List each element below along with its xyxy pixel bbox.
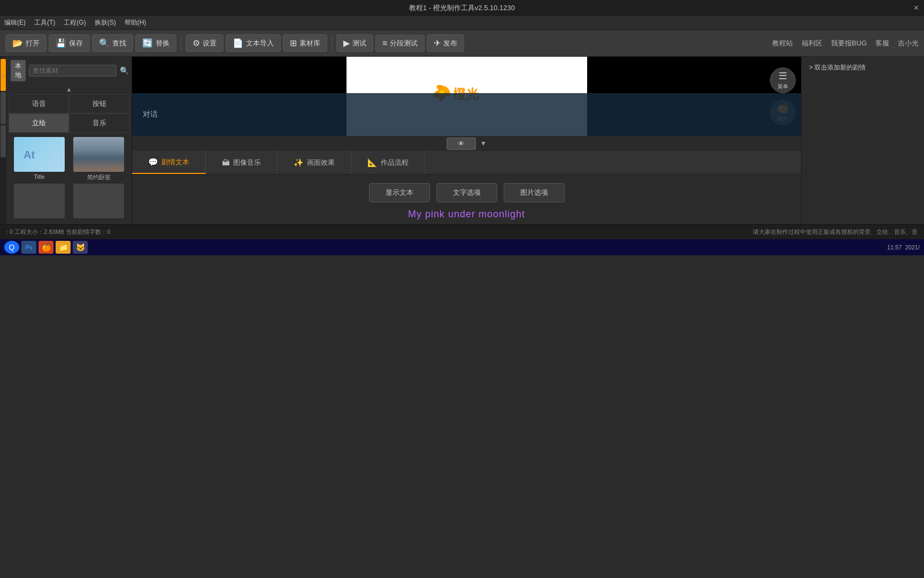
link-bugreport[interactable]: 我要报BUG bbox=[831, 39, 867, 48]
taskbar-cat[interactable]: 🐱 bbox=[73, 241, 88, 254]
open-button[interactable]: 📂 打开 bbox=[5, 34, 47, 52]
text-options-button[interactable]: 文字选项 bbox=[436, 183, 497, 202]
asset-room[interactable]: 简约卧室 bbox=[70, 137, 127, 181]
menu-help[interactable]: 帮助(H) bbox=[125, 18, 147, 27]
tab-media-icon: 🏔 bbox=[222, 158, 230, 167]
title-bar: 教程1 - 橙光制作工具v2.5.10.1230 × bbox=[0, 0, 924, 16]
eye-icon: 👁 bbox=[458, 140, 465, 148]
scene-list: 1 bbox=[0, 57, 6, 224]
svg-text:At: At bbox=[24, 149, 35, 161]
image-options-button[interactable]: 图片选项 bbox=[504, 183, 565, 202]
eye-button[interactable]: 👁 bbox=[446, 138, 476, 150]
seg-test-button[interactable]: ≡ 分段测试 bbox=[375, 35, 425, 52]
taskbar-files[interactable]: 📁 bbox=[56, 241, 71, 254]
asset-tabs: 本地 🔍 🔄 bbox=[6, 57, 132, 85]
assets-button[interactable]: ⊞ 素材库 bbox=[283, 34, 327, 52]
right-panel-header-text: > 双击添加新的剧情 bbox=[809, 63, 866, 72]
asset-empty-1[interactable] bbox=[11, 184, 68, 220]
link-service[interactable]: 客服 bbox=[875, 39, 889, 48]
window-title: 教程1 - 橙光制作工具v2.5.10.1230 bbox=[409, 3, 515, 13]
menu-float-icon: ☰ bbox=[779, 70, 787, 82]
tab-workflow-icon: 📐 bbox=[367, 158, 378, 168]
category-grid: 语音 按钮 立绘 音乐 bbox=[6, 94, 132, 133]
category-avatar[interactable]: 立绘 bbox=[9, 113, 69, 133]
center-area: ☰ 菜单 🍊 橙光 * 可拖拽到屏幕上 bbox=[132, 57, 801, 224]
right-panel-header[interactable]: > 双击添加新的剧情 bbox=[806, 61, 920, 74]
publish-button[interactable]: ✈ 发布 bbox=[427, 34, 464, 52]
asset-thumb-room bbox=[73, 137, 124, 172]
status-right: 请大家在制作过程中使用正版或有授权的背景、立绘、音乐、音 bbox=[753, 228, 918, 236]
asset-empty-2[interactable] bbox=[70, 184, 127, 220]
right-panel: > 双击添加新的剧情 bbox=[801, 57, 924, 224]
dialogue-text: 对话 bbox=[143, 110, 158, 119]
taskbar-date: 2021/ bbox=[905, 244, 920, 250]
menu-tools[interactable]: 工具(T) bbox=[34, 18, 55, 27]
category-voice[interactable]: 语音 bbox=[9, 94, 69, 113]
asset-thumb-title: At bbox=[14, 137, 65, 172]
taskbar: Q Ps 🍊 📁 🐱 11:57 2021/ bbox=[0, 239, 924, 255]
save-icon: 💾 bbox=[56, 38, 66, 48]
tab-effects[interactable]: ✨ 画面效果 bbox=[278, 151, 351, 174]
scroll-up-arrow[interactable]: ▲ bbox=[6, 85, 132, 94]
toolbar: 📂 打开 💾 保存 🔍 查找 🔄 替换 ⚙ 设置 📄 文本导入 ⊞ 素材库 ▶ … bbox=[0, 30, 924, 57]
open-icon: 📂 bbox=[12, 38, 23, 48]
asset-thumb-empty1 bbox=[14, 184, 65, 218]
save-button[interactable]: 💾 保存 bbox=[49, 34, 90, 52]
category-music[interactable]: 音乐 bbox=[69, 113, 129, 133]
category-button[interactable]: 按钮 bbox=[69, 94, 129, 113]
separator2 bbox=[332, 35, 332, 51]
publish-icon: ✈ bbox=[434, 38, 441, 48]
scene-item-3[interactable] bbox=[1, 125, 6, 157]
import-button[interactable]: 📄 文本导入 bbox=[226, 34, 281, 52]
taskbar-orange[interactable]: 🍊 bbox=[38, 241, 53, 254]
find-button[interactable]: 🔍 查找 bbox=[92, 34, 133, 52]
asset-thumb-empty2 bbox=[73, 184, 124, 218]
close-button[interactable]: × bbox=[914, 3, 919, 13]
assets-icon: ⊞ bbox=[290, 38, 297, 48]
status-bar: : 0 工程大小：2.83MB 当前剧情字数：0 请大家在制作过程中使用正版或有… bbox=[0, 224, 924, 239]
menu-edit[interactable]: 编辑(E) bbox=[4, 18, 26, 27]
menu-project[interactable]: 工程(G) bbox=[64, 18, 86, 27]
search-icon[interactable]: 🔍 bbox=[120, 66, 129, 75]
test-button[interactable]: ▶ 测试 bbox=[336, 34, 373, 52]
seg-test-icon: ≡ bbox=[382, 39, 387, 48]
menu-skin[interactable]: 换肤(S) bbox=[95, 18, 116, 27]
tab-media[interactable]: 🏔 图像音乐 bbox=[206, 151, 278, 174]
menu-bar: 编辑(E) 工具(T) 工程(G) 换肤(S) 帮助(H) bbox=[0, 16, 924, 30]
taskbar-qq[interactable]: Q bbox=[4, 241, 19, 254]
local-tab[interactable]: 本地 bbox=[11, 60, 26, 81]
asset-label-title: Title bbox=[34, 173, 44, 180]
link-welfare[interactable]: 福利区 bbox=[802, 39, 822, 48]
menu-float-button[interactable]: ☰ 菜单 bbox=[770, 67, 796, 93]
left-panel: 本地 🔍 🔄 ▲ 语音 按钮 立绘 音乐 At Title bbox=[6, 57, 132, 224]
toolbar-right-links: 教程站 福利区 我要报BUG 客服 吉小光 bbox=[772, 39, 919, 48]
link-tutorial[interactable]: 教程站 bbox=[772, 39, 793, 48]
taskbar-ps[interactable]: Ps bbox=[21, 241, 36, 254]
separator bbox=[181, 35, 181, 51]
asset-grid: At Title 简约卧室 bbox=[6, 133, 132, 224]
test-icon: ▶ bbox=[343, 38, 350, 48]
scene-item-2[interactable] bbox=[1, 92, 6, 124]
taskbar-clock: 11:57 2021/ bbox=[887, 244, 920, 250]
asset-title[interactable]: At Title bbox=[11, 137, 68, 181]
expand-button[interactable]: ▼ bbox=[480, 140, 487, 147]
settings-button[interactable]: ⚙ 设置 bbox=[186, 34, 224, 52]
link-jixiaoguang[interactable]: 吉小光 bbox=[898, 39, 919, 48]
scene-item-1[interactable]: 1 bbox=[1, 59, 6, 91]
tab-script-icon: 💬 bbox=[148, 157, 158, 167]
search-input[interactable] bbox=[29, 65, 117, 77]
main-layout: 1 本地 🔍 🔄 ▲ 语音 按钮 立绘 音乐 At Titl bbox=[0, 57, 924, 224]
asset-label-room: 简约卧室 bbox=[87, 173, 111, 181]
find-icon: 🔍 bbox=[99, 38, 110, 48]
dialogue-bar: 对话 bbox=[132, 93, 801, 136]
tab-script[interactable]: 💬 剧情文本 bbox=[132, 151, 206, 174]
eye-bar: 👁 ▼ bbox=[132, 136, 801, 151]
status-left: : 0 工程大小：2.83MB 当前剧情字数：0 bbox=[6, 228, 110, 236]
editor-btn-row: 显示文本 文字选项 图片选项 bbox=[369, 183, 565, 202]
settings-icon: ⚙ bbox=[192, 38, 200, 48]
replace-button[interactable]: 🔄 替换 bbox=[135, 34, 176, 52]
show-text-button[interactable]: 显示文本 bbox=[369, 183, 430, 202]
tab-effects-icon: ✨ bbox=[294, 158, 304, 168]
import-icon: 📄 bbox=[233, 38, 243, 48]
tab-workflow[interactable]: 📐 作品流程 bbox=[351, 151, 425, 174]
